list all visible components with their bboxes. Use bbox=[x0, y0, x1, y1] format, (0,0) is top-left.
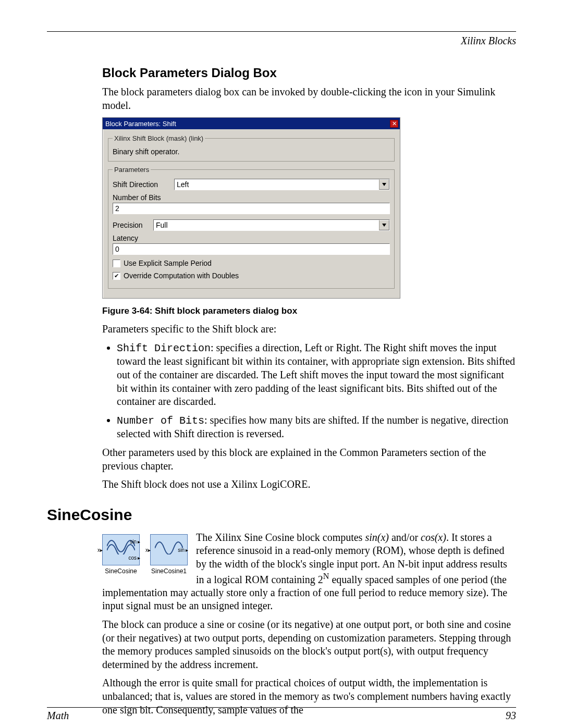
latency-input[interactable]: 0 bbox=[113, 243, 390, 255]
shift-direction-value: Left bbox=[175, 179, 379, 190]
params-specific-intro: Parameters specific to the Shift block a… bbox=[102, 323, 516, 336]
latency-label: Latency bbox=[113, 234, 390, 242]
sc-caption: SineCosine bbox=[102, 567, 140, 575]
sc-text: and/or bbox=[389, 532, 421, 543]
sc-port-x: x▸ bbox=[145, 547, 151, 552]
sc-exponent: N bbox=[323, 572, 329, 581]
figure-caption: Figure 3-64: Shift block parameters dial… bbox=[102, 306, 516, 316]
other-params-note: Other parameters used by this block are … bbox=[102, 446, 516, 473]
number-of-bits-input[interactable]: 2 bbox=[113, 203, 390, 214]
dialog-title: Block Parameters: Shift bbox=[105, 120, 176, 128]
running-head: Xilinx Blocks bbox=[47, 35, 516, 47]
list-item: Number of Bits: specifies how many bits … bbox=[117, 414, 516, 441]
dialog-titlebar[interactable]: Block Parameters: Shift ✕ bbox=[103, 118, 400, 129]
shift-direction-select[interactable]: Left bbox=[174, 179, 390, 190]
top-rule bbox=[47, 31, 516, 32]
precision-label: Precision bbox=[113, 221, 149, 229]
sinecosine-para2: The block can produce a sine or cosine (… bbox=[102, 618, 516, 671]
sc-caption: SineCosine1 bbox=[150, 567, 188, 575]
sc-port-cos: cos▸ bbox=[128, 555, 140, 561]
chevron-down-icon[interactable] bbox=[379, 220, 389, 230]
precision-value: Full bbox=[154, 220, 379, 230]
sc-port-sin: sin▸ bbox=[178, 547, 188, 552]
shift-params-list: Shift Direction: specifies a direction, … bbox=[102, 341, 516, 441]
svg-marker-1 bbox=[382, 224, 386, 227]
close-icon[interactable]: ✕ bbox=[390, 120, 398, 128]
list-item: Shift Direction: specifies a direction, … bbox=[117, 341, 516, 409]
mask-legend: Xilinx Shift Block (mask) (link) bbox=[113, 134, 205, 142]
sinecosine-icon-two-port: x▸ sin▸ cos▸ SineCosine bbox=[102, 534, 140, 575]
number-of-bits-code: Number of Bits bbox=[117, 415, 204, 427]
chevron-down-icon[interactable] bbox=[379, 179, 389, 190]
footer-section: Math bbox=[47, 710, 69, 722]
checkbox-box-icon: ✔ bbox=[113, 272, 120, 280]
explicit-sample-period-label: Use Explicit Sample Period bbox=[124, 259, 212, 267]
checkbox-box-icon bbox=[113, 260, 120, 267]
sinecosine-block-icons: x▸ sin▸ cos▸ SineCosine x▸ sin▸ bbox=[102, 534, 188, 575]
precision-select[interactable]: Full bbox=[153, 219, 390, 231]
shift-direction-label: Shift Direction bbox=[113, 180, 170, 189]
sc-cosx: cos(x) bbox=[421, 532, 446, 543]
footer-rule bbox=[47, 707, 516, 708]
parameters-legend: Parameters bbox=[113, 166, 151, 174]
number-of-bits-label: Number of Bits bbox=[113, 193, 390, 202]
override-doubles-label: Override Computation with Doubles bbox=[124, 272, 239, 280]
footer-page-number: 93 bbox=[506, 710, 516, 722]
svg-marker-0 bbox=[382, 183, 386, 186]
block-params-intro: The block parameters dialog box can be i… bbox=[102, 85, 516, 112]
sc-port-sin: sin▸ bbox=[130, 539, 140, 545]
sc-port-x: x▸ bbox=[97, 547, 103, 552]
explicit-sample-period-checkbox[interactable]: Use Explicit Sample Period bbox=[113, 259, 390, 267]
block-params-heading: Block Parameters Dialog Box bbox=[102, 66, 516, 80]
no-logicore-note: The Shift block does not use a Xilinx Lo… bbox=[102, 478, 516, 491]
sc-sinx: sin(x) bbox=[365, 532, 389, 543]
mask-description: Binary shift operator. bbox=[113, 147, 390, 156]
sc-text: The Xilinx Sine Cosine block computes bbox=[196, 532, 365, 543]
mask-fieldset: Xilinx Shift Block (mask) (link) Binary … bbox=[108, 134, 395, 162]
shift-direction-code: Shift Direction bbox=[117, 342, 211, 354]
override-doubles-checkbox[interactable]: ✔ Override Computation with Doubles bbox=[113, 272, 390, 280]
sinecosine-heading: SineCosine bbox=[47, 506, 516, 524]
block-parameters-dialog: Block Parameters: Shift ✕ Xilinx Shift B… bbox=[102, 117, 400, 299]
sinecosine-icon-one-port: x▸ sin▸ SineCosine1 bbox=[150, 534, 188, 575]
parameters-fieldset: Parameters Shift Direction Left Number o… bbox=[108, 166, 395, 289]
